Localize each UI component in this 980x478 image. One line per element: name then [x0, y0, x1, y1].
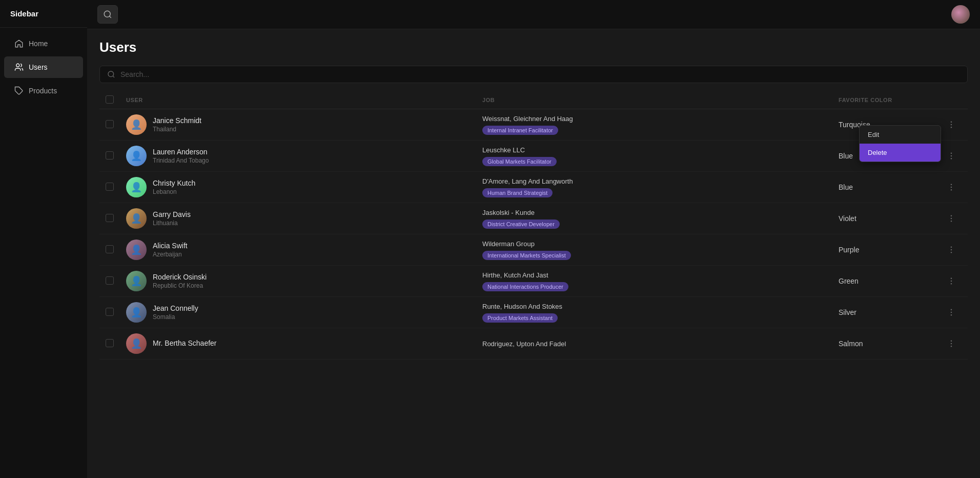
- action-cell[interactable]: [941, 214, 962, 223]
- svg-point-17: [951, 221, 952, 222]
- user-country: Lithuania: [153, 220, 191, 227]
- user-country: Azerbaijan: [153, 251, 188, 258]
- svg-point-11: [951, 158, 952, 159]
- sidebar-item-home-label: Home: [29, 39, 48, 48]
- job-company: Leuschke LLC: [482, 146, 839, 154]
- user-name: Christy Kutch: [153, 179, 195, 187]
- svg-point-18: [951, 247, 952, 248]
- tag-icon: [14, 86, 24, 95]
- row-checkbox[interactable]: [106, 339, 114, 347]
- row-checkbox[interactable]: [106, 151, 114, 160]
- search-input[interactable]: [120, 70, 960, 78]
- sidebar-item-products[interactable]: Products: [4, 80, 83, 102]
- row-checkbox-col: [106, 183, 126, 192]
- user-info: Janice Schmidt Thailand: [153, 116, 201, 133]
- job-cell: Hirthe, Kutch And Jast National Interact…: [482, 271, 839, 291]
- action-cell[interactable]: [941, 308, 962, 317]
- select-all-checkbox[interactable]: [106, 95, 114, 104]
- user-info: Roderick Osinski Republic Of Korea: [153, 273, 207, 289]
- page-title: Users: [99, 39, 968, 55]
- job-cell: Runte, Hudson And Stokes Product Markets…: [482, 303, 839, 323]
- sidebar: Sidebar Home Users Products: [0, 0, 87, 478]
- users-icon: [14, 63, 24, 72]
- home-icon: [14, 39, 24, 48]
- color-cell: Salmon: [839, 340, 941, 348]
- user-info: Christy Kutch Lebanon: [153, 179, 195, 195]
- job-company: Runte, Hudson And Stokes: [482, 303, 839, 310]
- user-name: Janice Schmidt: [153, 116, 201, 125]
- svg-point-14: [951, 189, 952, 190]
- more-icon: [947, 276, 956, 286]
- color-cell: Violet: [839, 214, 941, 223]
- svg-point-4: [108, 71, 114, 77]
- user-name: Alicia Swift: [153, 242, 188, 250]
- user-avatar[interactable]: [951, 5, 970, 24]
- action-cell[interactable]: [941, 183, 962, 192]
- action-cell[interactable]: [941, 245, 962, 254]
- row-checkbox[interactable]: [106, 214, 114, 222]
- user-info: Mr. Bertha Schaefer: [153, 339, 217, 348]
- more-icon: [947, 183, 956, 192]
- row-checkbox-col: [106, 151, 126, 161]
- row-checkbox[interactable]: [106, 276, 114, 285]
- user-cell: 👤 Mr. Bertha Schaefer: [126, 333, 482, 354]
- user-info: Jean Connelly Somalia: [153, 304, 198, 321]
- sidebar-item-users-label: Users: [29, 63, 48, 71]
- svg-point-19: [951, 249, 952, 250]
- user-name: Garry Davis: [153, 210, 191, 218]
- user-avatar-3: 👤: [126, 208, 147, 229]
- color-cell: Purple: [839, 246, 941, 254]
- topbar: [87, 0, 980, 29]
- job-cell: Jaskolski - Kunde District Creative Deve…: [482, 209, 839, 229]
- row-checkbox[interactable]: [106, 308, 114, 316]
- more-icon: [947, 308, 956, 317]
- user-name: Jean Connelly: [153, 304, 198, 312]
- job-cell: Wilderman Group International Markets Sp…: [482, 240, 839, 260]
- svg-point-2: [104, 11, 110, 17]
- job-badge: Internal Intranet Facilitator: [482, 126, 558, 135]
- color-cell: Blue: [839, 183, 941, 191]
- sidebar-item-users[interactable]: Users: [4, 56, 83, 78]
- user-info: Lauren Anderson Trinidad And Tobago: [153, 148, 209, 164]
- row-checkbox-col: [106, 339, 126, 349]
- user-avatar-1: 👤: [126, 146, 147, 166]
- user-info: Alicia Swift Azerbaijan: [153, 242, 188, 258]
- user-country: Thailand: [153, 126, 201, 133]
- job-company: Wilderman Group: [482, 240, 839, 248]
- user-avatar-0: 👤: [126, 114, 147, 135]
- user-name: Lauren Anderson: [153, 148, 209, 156]
- action-cell[interactable]: [941, 339, 962, 348]
- svg-point-25: [951, 312, 952, 313]
- sidebar-item-home[interactable]: Home: [4, 33, 83, 54]
- row-checkbox-col: [106, 245, 126, 255]
- svg-point-8: [951, 127, 952, 128]
- row-checkbox[interactable]: [106, 120, 114, 128]
- action-cell[interactable]: [941, 276, 962, 286]
- action-cell[interactable]: Edit Delete: [941, 120, 962, 129]
- table-row: 👤 Janice Schmidt Thailand Weissnat, Glei…: [99, 109, 968, 141]
- table-row: 👤 Lauren Anderson Trinidad And Tobago Le…: [99, 141, 968, 172]
- row-checkbox[interactable]: [106, 183, 114, 191]
- table-row: 👤 Roderick Osinski Republic Of Korea Hir…: [99, 266, 968, 297]
- user-name: Mr. Bertha Schaefer: [153, 339, 217, 347]
- row-checkbox-col: [106, 308, 126, 317]
- context-menu-edit[interactable]: Edit: [860, 126, 941, 144]
- table-row: 👤 Jean Connelly Somalia Runte, Hudson An…: [99, 297, 968, 328]
- svg-point-28: [951, 343, 952, 344]
- users-table: USER JOB FAVORITE COLOR 👤 Janice Schmidt…: [99, 91, 968, 360]
- job-company: Hirthe, Kutch And Jast: [482, 271, 839, 279]
- job-company: Jaskolski - Kunde: [482, 209, 839, 216]
- topbar-search-button[interactable]: [97, 5, 118, 24]
- svg-line-5: [113, 76, 114, 77]
- job-company: Weissnat, Gleichner And Haag: [482, 115, 839, 123]
- search-bar: [99, 66, 968, 83]
- user-cell: 👤 Jean Connelly Somalia: [126, 302, 482, 323]
- user-cell: 👤 Janice Schmidt Thailand: [126, 114, 482, 135]
- more-icon: [947, 120, 956, 129]
- row-checkbox[interactable]: [106, 245, 114, 253]
- svg-point-22: [951, 281, 952, 282]
- job-badge: Product Markets Assistant: [482, 313, 558, 323]
- action-cell[interactable]: [941, 151, 962, 161]
- job-company: D'Amore, Lang And Langworth: [482, 177, 839, 185]
- context-menu-delete[interactable]: Delete: [860, 144, 941, 162]
